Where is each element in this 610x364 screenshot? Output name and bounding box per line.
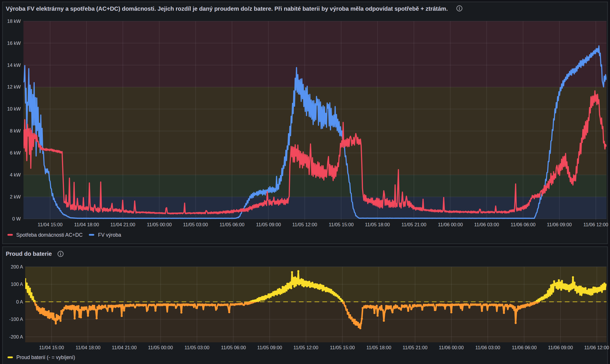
svg-text:Proud baterií (- = vybíjení): Proud baterií (- = vybíjení)	[17, 354, 75, 360]
svg-text:11/05 03:00: 11/05 03:00	[183, 222, 208, 227]
svg-text:11/04 18:00: 11/04 18:00	[74, 222, 99, 227]
svg-text:10 kW: 10 kW	[7, 106, 21, 111]
svg-text:11/05 12:00: 11/05 12:00	[292, 222, 317, 227]
svg-text:11/06 00:00: 11/06 00:00	[438, 222, 463, 227]
svg-text:11/06 06:00: 11/06 06:00	[511, 222, 536, 227]
svg-text:11/06 09:00: 11/06 09:00	[548, 345, 573, 350]
svg-text:11/06 03:00: 11/06 03:00	[475, 345, 500, 350]
svg-text:11/06 03:00: 11/06 03:00	[474, 222, 499, 227]
svg-text:-200 A: -200 A	[9, 334, 23, 339]
svg-text:14 kW: 14 kW	[7, 62, 21, 68]
svg-text:11/05 12:00: 11/05 12:00	[293, 345, 318, 350]
svg-text:11/04 18:00: 11/04 18:00	[76, 345, 101, 350]
svg-text:11/06 12:00: 11/06 12:00	[583, 222, 608, 227]
svg-text:12 kW: 12 kW	[7, 84, 21, 89]
svg-text:FV výroba: FV výroba	[98, 232, 121, 238]
svg-text:100 A: 100 A	[11, 282, 23, 287]
svg-text:0 W: 0 W	[12, 216, 21, 221]
svg-text:11/06 12:00: 11/06 12:00	[584, 345, 609, 350]
svg-text:11/05 06:00: 11/05 06:00	[220, 222, 244, 227]
svg-text:18 kW: 18 kW	[7, 19, 21, 24]
svg-text:11/05 15:00: 11/05 15:00	[330, 345, 355, 350]
svg-text:11/04 15:00: 11/04 15:00	[38, 222, 63, 227]
svg-text:11/05 21:00: 11/05 21:00	[401, 222, 426, 227]
svg-text:6 kW: 6 kW	[10, 150, 21, 155]
svg-text:11/06 09:00: 11/06 09:00	[547, 222, 572, 227]
svg-text:11/05 09:00: 11/05 09:00	[257, 345, 282, 350]
svg-text:11/05 18:00: 11/05 18:00	[365, 222, 390, 227]
svg-text:11/06 00:00: 11/06 00:00	[439, 345, 464, 350]
svg-text:16 kW: 16 kW	[7, 41, 21, 46]
svg-text:11/04 21:00: 11/04 21:00	[110, 222, 135, 227]
svg-text:Výroba FV elektrárny a spotřeb: Výroba FV elektrárny a spotřeba (AC+DC) …	[6, 5, 448, 12]
svg-text:11/05 21:00: 11/05 21:00	[403, 345, 428, 350]
svg-text:4 kW: 4 kW	[10, 172, 21, 177]
svg-text:0 A: 0 A	[16, 299, 23, 304]
svg-text:11/05 00:00: 11/05 00:00	[147, 222, 172, 227]
svg-text:11/05 18:00: 11/05 18:00	[366, 345, 391, 350]
svg-text:11/05 03:00: 11/05 03:00	[185, 345, 209, 350]
svg-text:2 kW: 2 kW	[10, 194, 21, 199]
svg-text:11/04 15:00: 11/04 15:00	[39, 345, 64, 350]
svg-text:11/05 09:00: 11/05 09:00	[256, 222, 281, 227]
svg-text:11/05 15:00: 11/05 15:00	[329, 222, 354, 227]
svg-text:11/06 06:00: 11/06 06:00	[512, 345, 537, 350]
svg-text:Spotřeba domácnosti AC+DC: Spotřeba domácnosti AC+DC	[16, 232, 83, 238]
svg-text:8 kW: 8 kW	[10, 128, 21, 133]
svg-text:Proud do baterie: Proud do baterie	[6, 251, 52, 257]
svg-text:200 A: 200 A	[11, 264, 23, 269]
svg-text:11/05 06:00: 11/05 06:00	[221, 345, 246, 350]
svg-text:11/04 21:00: 11/04 21:00	[112, 345, 137, 350]
svg-text:11/05 00:00: 11/05 00:00	[148, 345, 173, 350]
svg-text:-100 A: -100 A	[9, 317, 23, 322]
